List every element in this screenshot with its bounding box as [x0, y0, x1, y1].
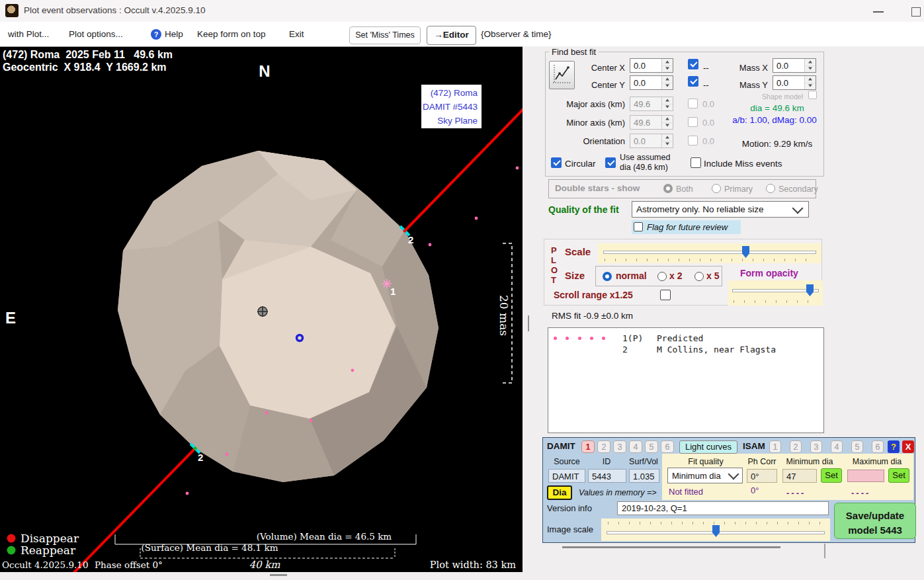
list-item[interactable]: 2 M Collins, near Flagsta	[548, 344, 823, 355]
max-dia-field[interactable]	[847, 470, 884, 482]
damit-tab-6[interactable]: 6	[661, 440, 674, 453]
set-miss-times-button[interactable]: Set 'Miss' Times	[349, 26, 421, 44]
set-min-dia-button[interactable]: Set	[821, 468, 842, 483]
maximize-icon[interactable]	[911, 7, 921, 17]
flag-review-label: Flag for future review	[647, 222, 728, 232]
menu-keep-form-on-top[interactable]: Keep form on top	[197, 29, 266, 39]
title-bar: Plot event observations : Occult v.4.202…	[0, 0, 924, 22]
mass-y-spinner[interactable]: 0.0	[773, 75, 816, 90]
dia-button[interactable]: Dia	[547, 485, 572, 500]
ph-corr-field[interactable]: 0°	[747, 469, 777, 483]
mass-x-spin-arrows[interactable]	[804, 59, 816, 72]
scale-slider[interactable]	[598, 243, 821, 263]
include-miss-checkbox[interactable]	[691, 157, 701, 168]
set-max-dia-button[interactable]: Set	[888, 468, 909, 483]
horizontal-scrollbar[interactable]	[270, 574, 287, 576]
size-x5-radio[interactable]	[694, 272, 704, 281]
isam-tab-2[interactable]: 2	[790, 440, 802, 453]
observations-listbox[interactable]: 1(P) Predicted 2 M Collins, near Flagsta	[548, 327, 824, 433]
menu-help[interactable]: Help	[165, 29, 183, 39]
damit-tab-4[interactable]: 4	[629, 440, 642, 453]
quality-combobox[interactable]: Astrometry only. No reliable size	[632, 201, 809, 218]
obs-num: 2	[622, 345, 657, 354]
ab-dmag-text: a/b: 1.00, dMag: 0.00	[726, 115, 823, 125]
chevron-down-icon	[728, 469, 739, 480]
scroll-range-label: Scroll range x1.25	[554, 290, 633, 300]
app-icon	[5, 4, 19, 17]
isam-tab-5[interactable]: 5	[851, 440, 863, 453]
disappear-dot-icon	[7, 534, 16, 543]
mass-y-spin-arrows[interactable]	[804, 76, 816, 89]
use-assumed-dia-checkbox[interactable]	[605, 157, 616, 168]
minor-axis-checkbox	[688, 117, 698, 127]
damit-tab-5[interactable]: 5	[645, 440, 658, 453]
mass-x-spinner[interactable]: 0.0	[773, 58, 816, 73]
form-opacity-label: Form opacity	[740, 269, 798, 278]
center-x-spinner[interactable]: 0.0	[630, 58, 673, 73]
center-y-spinner[interactable]: 0.0	[630, 75, 673, 90]
vertical-splitter[interactable]	[528, 315, 529, 331]
mas-scale-label: 20 mas	[497, 295, 511, 336]
size-x2-radio[interactable]	[657, 272, 667, 281]
min-dia-field[interactable]: 47	[782, 469, 817, 483]
center-x-spin-arrows[interactable]	[661, 59, 673, 72]
circular-checkbox[interactable]	[551, 157, 562, 168]
form-opacity-slider[interactable]	[728, 280, 823, 306]
image-scale-slider[interactable]	[601, 518, 830, 541]
damit-tab-1[interactable]: 1	[581, 440, 595, 453]
scroll-range-checkbox[interactable]	[660, 290, 671, 300]
minimize-icon[interactable]	[873, 11, 884, 13]
isam-tab-3[interactable]: 3	[810, 440, 822, 453]
image-scale-slider-thumb[interactable]	[712, 525, 720, 537]
marker-2b-label: 2	[198, 452, 203, 463]
orientation-aux: 0.0	[702, 136, 714, 146]
plot-width-label: Plot width: 83 km	[430, 559, 516, 570]
phase-offset-label: Phase offset 0°	[95, 559, 163, 570]
panel-scrollbar[interactable]	[562, 546, 780, 548]
sky-plane-plot[interactable]: 2 2 1 (472) Roma 2025 Feb 11 49.6 km Geo…	[0, 46, 523, 572]
panel-help-button[interactable]: ?	[888, 440, 900, 453]
quality-label: Quality of the fit	[548, 205, 619, 215]
center-x-checkbox[interactable]	[688, 59, 698, 69]
damit-tab-2[interactable]: 2	[597, 440, 610, 453]
help-icon[interactable]: ?	[151, 29, 161, 40]
menu-with-plot[interactable]: with Plot...	[8, 29, 49, 39]
editor-button[interactable]: →Editor	[427, 26, 476, 45]
fit-quality-combobox[interactable]: Minimum dia	[667, 468, 743, 483]
center-y-checkbox[interactable]	[688, 76, 698, 87]
shape-model-label: Shape model	[754, 92, 803, 102]
plot-letter-l: L	[551, 255, 556, 265]
version-info-field[interactable]: 2019-10-23, Q=1	[617, 501, 829, 515]
isam-tab-4[interactable]: 4	[831, 440, 843, 453]
double-primary-radio	[712, 184, 721, 193]
shape-model-checkbox[interactable]	[808, 91, 817, 99]
double-stars-title: Double stars - show	[555, 183, 640, 193]
flag-review-checkbox[interactable]	[634, 222, 643, 231]
double-secondary-label: Secondary	[778, 185, 818, 194]
damit-label: DAMIT	[547, 441, 575, 451]
scale-slider-thumb[interactable]	[742, 246, 749, 258]
plot-header-line1: (472) Roma 2025 Feb 11 49.6 km	[3, 49, 173, 60]
form-opacity-slider-thumb[interactable]	[806, 284, 814, 296]
orientation-spinner: 0.0	[630, 134, 673, 148]
version-info-label: Version info	[547, 503, 592, 513]
panel-close-button[interactable]: X	[902, 440, 914, 453]
damit-tab-3[interactable]: 3	[613, 440, 626, 453]
light-curves-button[interactable]: Light curves	[679, 440, 737, 454]
include-miss-label: Include Miss events	[704, 159, 782, 169]
size-normal-radio[interactable]	[603, 272, 612, 281]
isam-tab-1[interactable]: 1	[769, 440, 781, 453]
surfvol-header: Surf/Vol	[625, 457, 662, 467]
panel-scrollbar-v[interactable]	[824, 544, 825, 558]
list-item[interactable]: 1(P) Predicted	[548, 333, 823, 344]
scale-label: Scale	[565, 247, 591, 257]
menu-exit[interactable]: Exit	[289, 29, 304, 39]
isam-tab-6[interactable]: 6	[872, 440, 884, 453]
plot-version: Occult 4.2025.9.10	[2, 559, 89, 570]
menu-plot-options[interactable]: Plot options...	[69, 29, 123, 39]
size-x5-label: x 5	[706, 271, 719, 281]
predicted-dotted-line-icon	[548, 337, 622, 340]
id-field: 5443	[588, 469, 626, 483]
center-y-spin-arrows[interactable]	[661, 76, 673, 89]
save-update-button[interactable]: Save/update model 5443	[834, 503, 916, 539]
